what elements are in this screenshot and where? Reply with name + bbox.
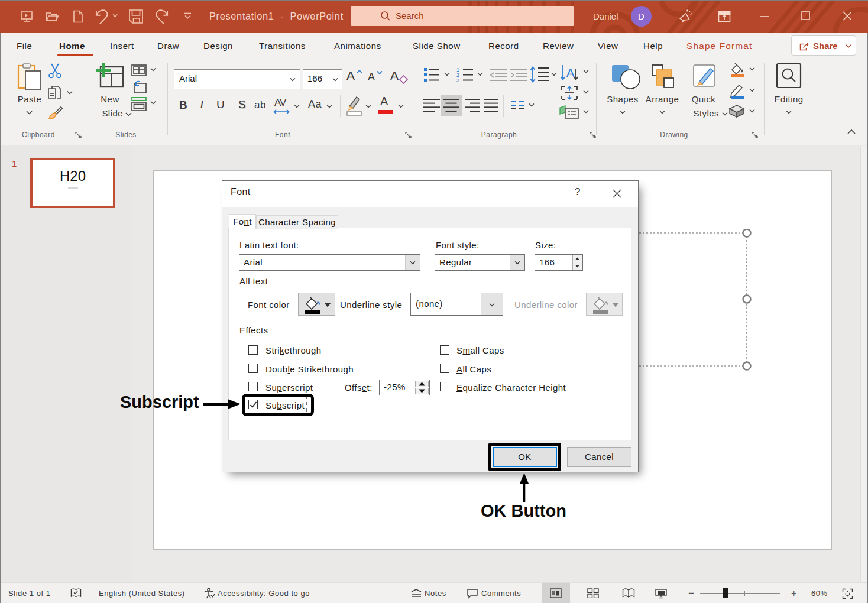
svg-text:A: A — [566, 66, 575, 79]
svg-text:3: 3 — [456, 77, 459, 82]
